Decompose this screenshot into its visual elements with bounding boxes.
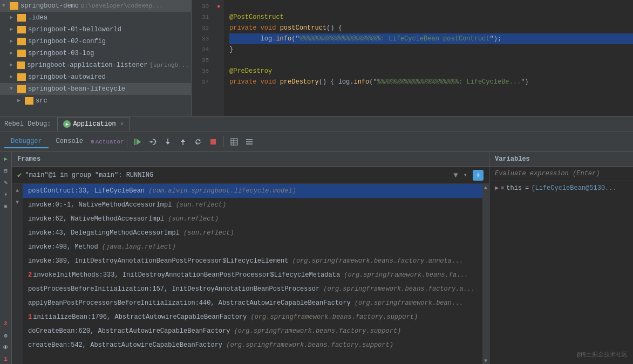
debug-bar: Rebel Debug: ▶ Application ×	[0, 116, 633, 132]
debug-tab-application[interactable]: ▶ Application ×	[57, 117, 130, 131]
frames-left-strip: ▲ ▼	[12, 184, 23, 364]
var-equals: =	[525, 183, 529, 194]
frame-item[interactable]: invoke:43, DelegatingMethodAccessorImpl …	[23, 226, 482, 240]
code-line: @PreDestroy	[229, 66, 633, 77]
file-tree[interactable]: ▼ springboot-demo D:\Developer\CodeRep..…	[0, 0, 192, 116]
scroll-right[interactable]: ▲ ▼	[482, 184, 489, 364]
dropdown-icon[interactable]: ▾	[464, 171, 467, 179]
var-item-this[interactable]: ▶ ≡ this = {LifeCycleBean@5130...	[489, 181, 633, 195]
toolbar: Debugger Console ⚙ Actuator	[0, 132, 633, 152]
tree-item-root[interactable]: ▼ springboot-demo D:\Developer\CodeRep..…	[0, 0, 191, 12]
code-line: @PostConstruct	[229, 12, 633, 23]
step-into-button[interactable]	[161, 135, 175, 149]
tab-label: Application	[73, 120, 115, 128]
sidebar-btn-4[interactable]: ⚡	[1, 189, 11, 199]
sidebar-btn-2[interactable]: ⊟	[1, 166, 11, 175]
frame-item[interactable]: doCreateBean:620, AbstractAutowireCapabl…	[23, 324, 482, 338]
tree-label: springboot-bean-lifecycle	[28, 84, 125, 94]
tree-arrow: ▶	[10, 60, 17, 70]
frames-panel: Frames ✔ "main"@1 in group "main": RUNNI…	[12, 152, 489, 364]
code-panel: 30 31 32 33 34 35 36 37 ●	[192, 0, 633, 116]
play-sidebar-btn[interactable]: ▶	[1, 154, 11, 163]
filter-icon[interactable]: ▼	[453, 171, 458, 180]
code-line: private void preDestory() { log.info("%%…	[229, 77, 633, 87]
tree-path: D:\Developer\CodeRep...	[81, 1, 163, 11]
tree-item-config[interactable]: ▶ springboot-02-config	[0, 36, 191, 47]
frame-item[interactable]: 1initializeBean:1796, AbstractAutowireCa…	[23, 310, 482, 324]
code-line: private void postContruct() {	[229, 23, 633, 33]
tab-debugger[interactable]: Debugger	[4, 135, 49, 148]
tree-label: springboot-demo	[21, 1, 79, 11]
tree-item-autowired[interactable]: ▶ springboot-autowired	[0, 71, 191, 83]
scroll-up-icon[interactable]: ▲	[484, 185, 487, 191]
frame-item[interactable]: invoke:498, Method (java.lang.reflect)	[23, 240, 482, 254]
tree-item-src[interactable]: ▶ src	[0, 95, 191, 107]
tree-arrow: ▶	[10, 37, 17, 46]
svg-marker-8	[181, 139, 185, 142]
sidebar-btn-1num: 1	[1, 354, 11, 364]
step-over-button[interactable]	[146, 135, 160, 149]
thread-text: "main"@1 in group "main": RUNNING	[25, 171, 153, 179]
step-out-button[interactable]	[176, 135, 190, 149]
frame-item[interactable]: 2invokeInitMethods:333, InitDestroyAnnot…	[23, 268, 482, 282]
table-view-button[interactable]	[227, 135, 241, 149]
tab-icon: ▶	[63, 120, 71, 128]
frame-item[interactable]: invoke:0:-1, NativeMethodAccessorImpl (s…	[23, 198, 482, 212]
tree-arrow: ▶	[10, 25, 17, 35]
frame-item[interactable]: invoke:389, InitDestroyAnnotationBeanPos…	[23, 254, 482, 268]
debug-bar-label: Rebel Debug:	[4, 120, 51, 128]
strip-btn-up[interactable]: ▲	[13, 186, 22, 195]
strip-btn-down[interactable]: ▼	[13, 198, 22, 207]
sidebar-btn-5[interactable]: ⊕	[1, 201, 11, 211]
resume-button[interactable]	[131, 135, 145, 149]
toolbar-separator	[127, 136, 127, 147]
gutter: ●	[213, 0, 224, 116]
tree-arrow: ▶	[10, 13, 17, 23]
restart-button[interactable]	[191, 135, 205, 149]
tree-item-log[interactable]: ▶ springboot-03-log	[0, 47, 191, 59]
tree-label: src	[36, 96, 47, 106]
tree-label: springboot-autowired	[28, 72, 106, 82]
tab-actuator[interactable]: ⚙ Actuator	[91, 138, 124, 145]
svg-marker-4	[151, 141, 153, 143]
tree-arrow: ▶	[10, 72, 17, 82]
sidebar-btn-settings[interactable]: ⚙	[1, 331, 11, 340]
svg-marker-2	[154, 140, 156, 142]
frames-header: Frames	[12, 152, 489, 167]
sidebar-btn-3[interactable]: ✎	[1, 177, 11, 187]
tree-item-helloworld[interactable]: ▶ springboot-01-helloworld	[0, 24, 191, 36]
tree-item-lifecycle[interactable]: ▼ springboot-bean-lifecycle	[0, 83, 191, 95]
frame-item[interactable]: createBean:542, AbstractAutowireCapableB…	[23, 338, 482, 352]
frame-item[interactable]: applyBeanPostProcessorsBeforeInitializat…	[23, 296, 482, 310]
stop-button[interactable]	[206, 135, 220, 149]
frames-list[interactable]: postContruct:33, LifeCycleBean (com.alvi…	[23, 184, 482, 364]
tree-arrow: ▶	[17, 96, 25, 106]
list-view-button[interactable]	[242, 135, 256, 149]
sidebar-btn-eye[interactable]: 👁	[1, 342, 11, 352]
svg-rect-12	[231, 139, 237, 145]
tab-console[interactable]: Console	[50, 135, 90, 148]
tree-label: springboot-03-log	[28, 49, 94, 58]
svg-marker-6	[166, 142, 170, 145]
tree-arrow: ▼	[10, 84, 17, 94]
variables-panel: Variables Evaluate expression (Enter) ▶ …	[489, 152, 633, 364]
var-expand-icon[interactable]: ▶	[495, 183, 499, 194]
thread-check-icon: ✔	[17, 170, 22, 180]
var-name: this	[506, 183, 522, 194]
eval-input[interactable]: Evaluate expression (Enter)	[489, 167, 633, 181]
tree-item-applistener[interactable]: ▶ springboot-application-listener [sprin…	[0, 59, 191, 71]
frame-item[interactable]: invoke:62, NativeMethodAccessorImpl (sun…	[23, 212, 482, 226]
code-line-highlighted: log.info("%%%%%%%%%%%%%%%%%%%%%: LifeCyc…	[229, 33, 633, 44]
variables-title: Variables	[495, 155, 530, 163]
code-line: }	[229, 44, 633, 55]
frame-item[interactable]: postProcessBeforeInitialization:157, Ini…	[23, 282, 482, 296]
scroll-down-icon[interactable]: ▼	[484, 358, 487, 364]
frames-list-container: ▲ ▼ postContruct:33, LifeCycleBean (com.…	[12, 184, 489, 364]
var-type-icon: ≡	[501, 183, 504, 194]
tree-arrow: ▶	[10, 49, 17, 58]
tree-item-idea[interactable]: ▶ .idea	[0, 12, 191, 24]
add-button[interactable]: +	[473, 170, 484, 181]
frame-item[interactable]: postContruct:33, LifeCycleBean (com.alvi…	[23, 184, 482, 198]
tab-close-icon[interactable]: ×	[120, 121, 124, 127]
debug-panel: ▶ ⊟ ✎ ⚡ ⊕ 2 ⚙ 👁 1 Frames ✔ "main"@1 in g…	[0, 152, 633, 364]
